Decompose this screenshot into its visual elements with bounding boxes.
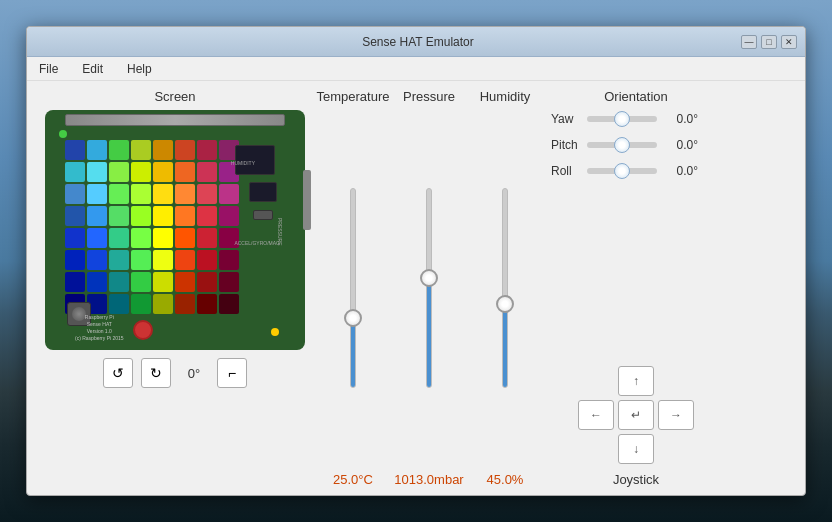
led-3-1	[87, 206, 107, 226]
main-content: Screen PRESSURE HUMIDITY ACCEL/GYRO/MAG	[27, 81, 805, 495]
pressure-value: 1013.0mbar	[394, 472, 463, 487]
close-button[interactable]: ✕	[781, 35, 797, 49]
led-indicator-green	[59, 130, 67, 138]
led-7-4	[153, 294, 173, 314]
led-0-4	[153, 140, 173, 160]
temperature-slider-track[interactable]	[350, 188, 356, 388]
rotation-value: 0°	[179, 366, 209, 381]
led-indicator-yellow	[271, 328, 279, 336]
led-1-5	[175, 162, 195, 182]
joystick-left-button[interactable]: ←	[578, 400, 614, 430]
temperature-slider-container	[350, 110, 356, 466]
screen-extra-button[interactable]: ⌐	[217, 358, 247, 388]
led-3-2	[109, 206, 129, 226]
minimize-button[interactable]: —	[741, 35, 757, 49]
roll-value: 0.0°	[663, 164, 698, 178]
led-6-7	[219, 272, 239, 292]
temperature-label: Temperature	[317, 89, 390, 104]
gpio-pins	[65, 114, 285, 126]
menu-edit[interactable]: Edit	[78, 60, 107, 78]
led-6-5	[175, 272, 195, 292]
window-title: Sense HAT Emulator	[95, 35, 741, 49]
orientation-section: Orientation Yaw 0.0° Pitch 0.0°	[551, 89, 721, 487]
pressure-slider-thumb[interactable]	[420, 269, 438, 287]
led-3-6	[197, 206, 217, 226]
menu-help[interactable]: Help	[123, 60, 156, 78]
led-1-2	[109, 162, 129, 182]
humidity-column: Humidity 45.0%	[475, 89, 535, 487]
led-1-3	[131, 162, 151, 182]
led-2-4	[153, 184, 173, 204]
roll-slider[interactable]	[587, 168, 657, 174]
led-6-4	[153, 272, 173, 292]
led-2-5	[175, 184, 195, 204]
led-0-6	[197, 140, 217, 160]
yaw-slider[interactable]	[587, 116, 657, 122]
led-0-3	[131, 140, 151, 160]
yaw-value: 0.0°	[663, 112, 698, 126]
yaw-row: Yaw 0.0°	[551, 112, 721, 126]
roll-label: Roll	[551, 164, 581, 178]
temperature-slider-thumb[interactable]	[344, 309, 362, 327]
maximize-button[interactable]: □	[761, 35, 777, 49]
joystick-center-button[interactable]: ↵	[618, 400, 654, 430]
rotate-ccw-button[interactable]: ↺	[103, 358, 133, 388]
board-label-humidity: HUMIDITY	[231, 160, 255, 166]
led-4-5	[175, 228, 195, 248]
led-2-3	[131, 184, 151, 204]
led-5-6	[197, 250, 217, 270]
rotate-cw-button[interactable]: ↻	[141, 358, 171, 388]
led-4-2	[109, 228, 129, 248]
led-6-2	[109, 272, 129, 292]
yaw-thumb[interactable]	[614, 111, 630, 127]
led-1-4	[153, 162, 173, 182]
roll-row: Roll 0.0°	[551, 164, 721, 178]
led-7-7	[219, 294, 239, 314]
led-grid	[65, 140, 239, 314]
led-0-1	[87, 140, 107, 160]
led-6-3	[131, 272, 151, 292]
joystick-down-button[interactable]: ↓	[618, 434, 654, 464]
pressure-slider-track[interactable]	[426, 188, 432, 388]
led-3-4	[153, 206, 173, 226]
humidity-slider-thumb[interactable]	[496, 295, 514, 313]
led-2-6	[197, 184, 217, 204]
screen-section: Screen PRESSURE HUMIDITY ACCEL/GYRO/MAG	[35, 89, 315, 487]
joystick-label: Joystick	[613, 472, 659, 487]
rpi-logo	[133, 320, 153, 340]
titlebar: Sense HAT Emulator — □ ✕	[27, 27, 805, 57]
led-5-7	[219, 250, 239, 270]
led-2-0	[65, 184, 85, 204]
temperature-slider-fill	[351, 318, 355, 387]
humidity-slider-fill	[503, 304, 507, 387]
pitch-thumb[interactable]	[614, 137, 630, 153]
led-5-4	[153, 250, 173, 270]
joystick-right-button[interactable]: →	[658, 400, 694, 430]
humidity-slider-track[interactable]	[502, 188, 508, 388]
joystick-up-button[interactable]: ↑	[618, 366, 654, 396]
led-6-0	[65, 272, 85, 292]
joystick-up-row: ↑	[578, 366, 694, 396]
led-0-0	[65, 140, 85, 160]
led-5-3	[131, 250, 151, 270]
secondary-chip	[249, 182, 277, 202]
window-controls: — □ ✕	[741, 35, 797, 49]
led-6-6	[197, 272, 217, 292]
led-7-6	[197, 294, 217, 314]
led-7-5	[175, 294, 195, 314]
led-3-3	[131, 206, 151, 226]
screen-controls: ↺ ↻ 0° ⌐	[103, 358, 247, 388]
joystick-middle-row: ← ↵ →	[578, 400, 694, 430]
led-6-1	[87, 272, 107, 292]
led-2-2	[109, 184, 129, 204]
sensor-chip	[253, 210, 273, 220]
screen-label: Screen	[154, 89, 195, 104]
pressure-column: Pressure 1013.0mbar	[399, 89, 459, 487]
pitch-slider[interactable]	[587, 142, 657, 148]
roll-thumb[interactable]	[614, 163, 630, 179]
menubar: File Edit Help	[27, 57, 805, 81]
menu-file[interactable]: File	[35, 60, 62, 78]
pressure-slider-container	[426, 110, 432, 466]
humidity-slider-container	[502, 110, 508, 466]
yaw-label: Yaw	[551, 112, 581, 126]
